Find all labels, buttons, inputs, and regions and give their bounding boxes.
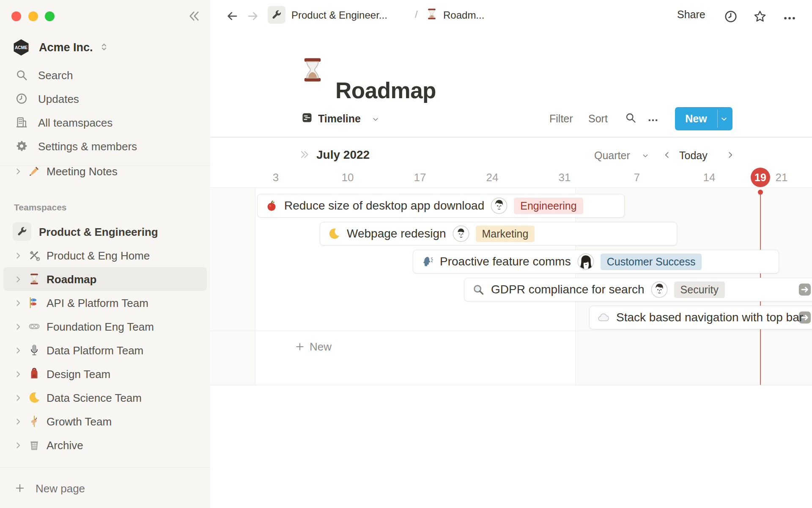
timeline-date: 7 (634, 171, 640, 184)
toolbar-border (210, 137, 812, 138)
timeline-date: 24 (486, 171, 499, 184)
favorite-star-icon[interactable] (753, 9, 767, 24)
sidebar-divider (0, 467, 210, 468)
sidebar-item-updates[interactable]: Updates (3, 87, 207, 110)
rows-separator (210, 331, 812, 331)
back-icon[interactable] (226, 10, 239, 22)
collapse-sidebar-icon[interactable] (187, 9, 201, 23)
timeline-add-new-button[interactable]: New (294, 340, 332, 354)
breadcrumb-teamspace[interactable]: Product & Engineer... (268, 0, 407, 27)
sidebar-item-design-team[interactable]: Design Team (3, 362, 207, 386)
apple-icon (265, 199, 278, 212)
breadcrumb-label: Product & Engineer... (291, 9, 387, 21)
timeline-date: 21 (776, 171, 788, 184)
card-title: Webpage redesign (347, 227, 446, 240)
timeline-prev-icon[interactable] (662, 150, 672, 160)
new-page-button[interactable]: New page (3, 476, 207, 500)
timeline-zoom-select[interactable]: Quarter (594, 149, 630, 162)
timeline-card-stack-based-navigation-with-top-bar[interactable]: Stack based navigation with top bar (589, 306, 812, 329)
sidebar-item-product-eng-home[interactable]: Product & Eng Home (3, 243, 207, 267)
sidebar-item-data-science-team[interactable]: Data Science Team (3, 386, 207, 409)
chevron-right-icon[interactable] (14, 393, 23, 403)
breadcrumb-label: Roadm... (443, 9, 484, 21)
card-title: Proactive feature comms (440, 255, 571, 268)
workspace-switcher[interactable]: ACME Acme Inc. (8, 36, 135, 58)
workspace-logo-icon: ACME (12, 38, 30, 57)
chevron-right-icon[interactable] (14, 417, 23, 426)
gear-icon (15, 140, 28, 152)
page-icon-hourglass[interactable] (299, 56, 326, 84)
sidebar-item-growth-team[interactable]: Growth Team (3, 409, 207, 433)
month-gridline (255, 188, 255, 385)
chevron-right-icon[interactable] (14, 441, 23, 450)
month-shade-june (210, 188, 255, 385)
writing-hand-icon (28, 165, 41, 177)
sidebar: ACME Acme Inc. SearchUpdatesAll teamspac… (0, 0, 210, 508)
sidebar-item-search[interactable]: Search (3, 63, 207, 87)
window-zoom-button[interactable] (45, 11, 55, 21)
timeline-grid: Reduce size of desktop app downloadEngin… (210, 188, 812, 385)
sidebar-item-label: Growth Team (47, 415, 112, 428)
backpack-icon (28, 367, 41, 380)
more-options-icon[interactable] (782, 11, 797, 25)
timeline-next-icon[interactable] (726, 150, 735, 160)
new-page-label: New page (36, 482, 85, 495)
zoom-caret-icon[interactable] (641, 152, 650, 160)
sidebar-item-all-teamspaces[interactable]: All teamspaces (3, 110, 207, 134)
window-close-button[interactable] (11, 11, 21, 21)
expand-timeline-icon[interactable] (299, 149, 310, 160)
plus-icon (294, 341, 305, 352)
window-minimize-button[interactable] (28, 11, 38, 21)
timeline-date: 10 (342, 171, 354, 184)
tab-timeline-view[interactable]: Timeline (318, 113, 361, 125)
man-avatar (651, 281, 668, 298)
breadcrumb-page[interactable]: Roadm... (425, 0, 497, 27)
new-button[interactable]: New (675, 107, 732, 130)
timeline-card-gdpr-compliance-for-search[interactable]: GDPR compliance for searchSecurity (464, 278, 812, 301)
timeline-date: 31 (559, 171, 571, 184)
sidebar-item-archive[interactable]: Archive (3, 433, 207, 457)
sidebar-item-settings-members[interactable]: Settings & members (3, 134, 207, 158)
timeline-card-proactive-feature-comms[interactable]: Proactive feature commsCustomer Success (413, 250, 779, 273)
sidebar-item-data-platform-team[interactable]: Data Platform Team (3, 338, 207, 362)
timeline-card-reduce-size-of-desktop-app-download[interactable]: Reduce size of desktop app downloadEngin… (257, 194, 625, 218)
history-clock-icon[interactable] (724, 9, 738, 24)
page-title: Roadmap (335, 77, 436, 103)
chevron-right-icon[interactable] (14, 346, 23, 355)
chevron-right-icon[interactable] (14, 251, 23, 260)
timeline-card-webpage-redesign[interactable]: Webpage redesignMarketing (320, 222, 677, 246)
wrench-icon (16, 226, 27, 237)
forward-icon[interactable] (247, 10, 259, 22)
clock-icon (15, 92, 28, 105)
microphone-icon (28, 344, 41, 356)
status-tag-customer-success: Customer Success (601, 254, 702, 270)
wrench-icon (268, 6, 285, 24)
card-title: GDPR compliance for search (491, 283, 645, 296)
sidebar-item-api-platform-team[interactable]: API & Platform Team (3, 291, 207, 315)
filter-button[interactable]: Filter (549, 113, 573, 125)
view-caret-icon[interactable] (371, 115, 380, 124)
sidebar-item-foundation-eng-team[interactable]: Foundation Eng Team (3, 315, 207, 338)
chevron-right-icon[interactable] (14, 275, 23, 284)
sidebar-item-meeting-notes[interactable]: Meeting Notes (3, 159, 207, 183)
breadcrumb-separator: / (415, 8, 418, 20)
sidebar-item-roadmap[interactable]: Roadmap (3, 267, 207, 291)
sidebar-item-label: Design Team (47, 368, 110, 381)
timeline-date: 3 (273, 171, 279, 184)
sidebar-item-product-engineering[interactable]: Product & Engineering (3, 220, 207, 243)
sidebar-item-label: Search (38, 69, 73, 82)
chevron-right-icon[interactable] (14, 322, 23, 331)
timeline-today-button[interactable]: Today (679, 149, 708, 162)
woman-avatar (577, 253, 594, 270)
chevron-right-icon[interactable] (14, 298, 23, 308)
workspace-updown-icon (98, 41, 110, 53)
sidebar-item-label: Updates (38, 93, 79, 106)
view-more-icon[interactable] (647, 114, 659, 126)
new-dropdown-caret-icon[interactable] (719, 114, 729, 124)
chevron-right-icon[interactable] (14, 167, 23, 176)
chevron-right-icon[interactable] (14, 370, 23, 379)
sort-button[interactable]: Sort (588, 113, 608, 125)
search-icon[interactable] (625, 112, 636, 124)
share-button[interactable]: Share (677, 8, 705, 21)
svg-text:ACME: ACME (15, 45, 27, 50)
